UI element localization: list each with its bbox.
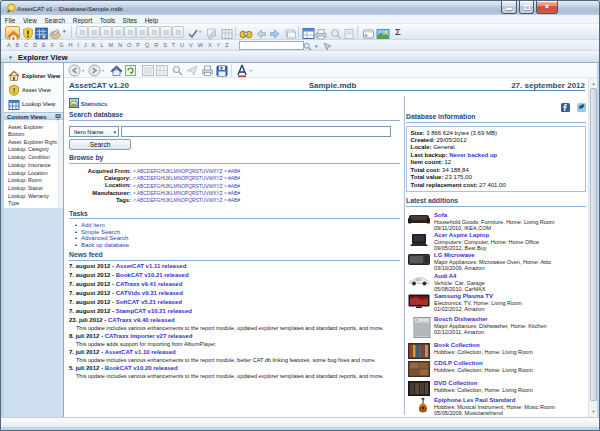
svg-text:!: ! <box>13 86 16 95</box>
